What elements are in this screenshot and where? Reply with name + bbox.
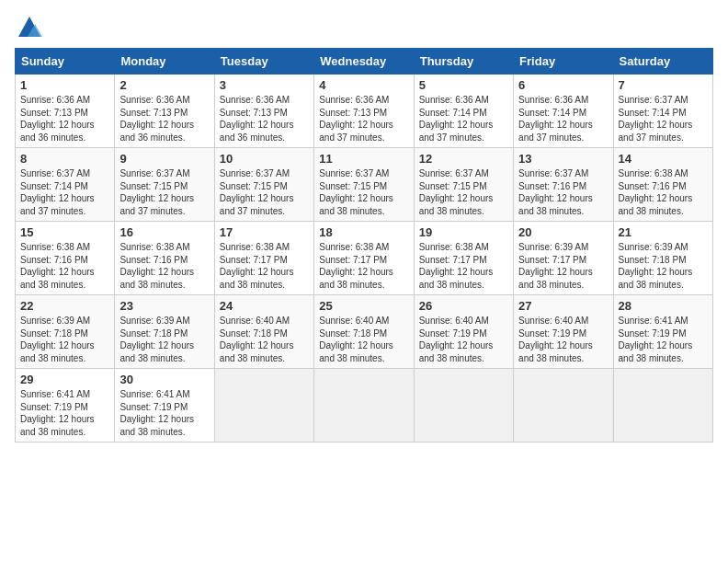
day-number: 26 <box>419 299 508 313</box>
day-number: 10 <box>220 152 309 166</box>
week-row-1: 1 Sunrise: 6:36 AMSunset: 7:13 PMDayligh… <box>16 75 713 148</box>
day-number: 9 <box>119 152 209 166</box>
day-cell: 3 Sunrise: 6:36 AMSunset: 7:13 PMDayligh… <box>214 75 313 148</box>
day-cell: 14 Sunrise: 6:38 AMSunset: 7:16 PMDaylig… <box>613 148 712 222</box>
day-number: 5 <box>419 78 508 92</box>
day-info: Sunrise: 6:37 AMSunset: 7:16 PMDaylight:… <box>518 168 593 216</box>
calendar-header <box>15 15 713 40</box>
day-info: Sunrise: 6:39 AMSunset: 7:18 PMDaylight:… <box>119 316 194 363</box>
day-info: Sunrise: 6:37 AMSunset: 7:15 PMDaylight:… <box>319 168 393 216</box>
day-cell: 6 Sunrise: 6:36 AMSunset: 7:14 PMDayligh… <box>514 75 613 148</box>
day-info: Sunrise: 6:36 AMSunset: 7:13 PMDaylight:… <box>20 95 95 143</box>
day-number: 15 <box>20 225 109 239</box>
day-number: 2 <box>119 78 209 92</box>
day-number: 17 <box>220 225 309 239</box>
day-info: Sunrise: 6:37 AMSunset: 7:14 PMDaylight:… <box>20 168 95 216</box>
day-info: Sunrise: 6:36 AMSunset: 7:13 PMDaylight:… <box>119 95 194 143</box>
week-row-3: 15 Sunrise: 6:38 AMSunset: 7:16 PMDaylig… <box>16 222 713 295</box>
day-cell: 4 Sunrise: 6:36 AMSunset: 7:13 PMDayligh… <box>314 75 414 148</box>
day-cell: 30 Sunrise: 6:41 AMSunset: 7:19 PMDaylig… <box>115 369 214 442</box>
day-cell: 26 Sunrise: 6:40 AMSunset: 7:19 PMDaylig… <box>414 295 513 369</box>
week-row-2: 8 Sunrise: 6:37 AMSunset: 7:14 PMDayligh… <box>16 148 713 222</box>
day-number: 21 <box>619 225 708 239</box>
day-info: Sunrise: 6:38 AMSunset: 7:17 PMDaylight:… <box>319 242 393 290</box>
day-cell: 8 Sunrise: 6:37 AMSunset: 7:14 PMDayligh… <box>16 148 115 222</box>
day-info: Sunrise: 6:37 AMSunset: 7:14 PMDaylight:… <box>619 95 693 143</box>
day-cell: 21 Sunrise: 6:39 AMSunset: 7:18 PMDaylig… <box>613 222 712 295</box>
day-info: Sunrise: 6:36 AMSunset: 7:13 PMDaylight:… <box>319 95 393 143</box>
day-info: Sunrise: 6:40 AMSunset: 7:18 PMDaylight:… <box>319 316 393 363</box>
day-info: Sunrise: 6:38 AMSunset: 7:17 PMDaylight:… <box>419 242 494 290</box>
header-wednesday: Wednesday <box>314 49 414 75</box>
day-cell: 29 Sunrise: 6:41 AMSunset: 7:19 PMDaylig… <box>16 369 115 442</box>
day-number: 16 <box>119 225 209 239</box>
day-info: Sunrise: 6:41 AMSunset: 7:19 PMDaylight:… <box>619 316 693 363</box>
logo <box>15 15 42 40</box>
day-cell: 16 Sunrise: 6:38 AMSunset: 7:16 PMDaylig… <box>115 222 214 295</box>
day-info: Sunrise: 6:39 AMSunset: 7:18 PMDaylight:… <box>619 242 693 290</box>
day-cell <box>613 369 712 442</box>
day-cell: 18 Sunrise: 6:38 AMSunset: 7:17 PMDaylig… <box>314 222 414 295</box>
day-cell: 13 Sunrise: 6:37 AMSunset: 7:16 PMDaylig… <box>514 148 613 222</box>
header-row: SundayMondayTuesdayWednesdayThursdayFrid… <box>16 49 713 75</box>
day-number: 30 <box>119 373 209 386</box>
day-number: 22 <box>20 299 109 313</box>
day-cell: 24 Sunrise: 6:40 AMSunset: 7:18 PMDaylig… <box>214 295 313 369</box>
day-cell: 28 Sunrise: 6:41 AMSunset: 7:19 PMDaylig… <box>613 295 712 369</box>
logo-icon <box>17 15 42 40</box>
header-thursday: Thursday <box>414 49 513 75</box>
day-number: 4 <box>319 78 408 92</box>
day-cell: 23 Sunrise: 6:39 AMSunset: 7:18 PMDaylig… <box>115 295 214 369</box>
day-info: Sunrise: 6:36 AMSunset: 7:13 PMDaylight:… <box>220 95 294 143</box>
day-cell: 10 Sunrise: 6:37 AMSunset: 7:15 PMDaylig… <box>214 148 313 222</box>
day-number: 12 <box>419 152 508 166</box>
day-cell <box>214 369 313 442</box>
day-cell: 11 Sunrise: 6:37 AMSunset: 7:15 PMDaylig… <box>314 148 414 222</box>
day-number: 29 <box>20 373 109 386</box>
day-number: 19 <box>419 225 508 239</box>
day-info: Sunrise: 6:41 AMSunset: 7:19 PMDaylight:… <box>119 389 194 437</box>
week-row-4: 22 Sunrise: 6:39 AMSunset: 7:18 PMDaylig… <box>16 295 713 369</box>
day-cell <box>514 369 613 442</box>
day-info: Sunrise: 6:36 AMSunset: 7:14 PMDaylight:… <box>419 95 494 143</box>
day-cell: 20 Sunrise: 6:39 AMSunset: 7:17 PMDaylig… <box>514 222 613 295</box>
day-info: Sunrise: 6:37 AMSunset: 7:15 PMDaylight:… <box>220 168 294 216</box>
day-cell: 22 Sunrise: 6:39 AMSunset: 7:18 PMDaylig… <box>16 295 115 369</box>
day-number: 18 <box>319 225 408 239</box>
day-info: Sunrise: 6:40 AMSunset: 7:19 PMDaylight:… <box>419 316 494 363</box>
day-cell: 19 Sunrise: 6:38 AMSunset: 7:17 PMDaylig… <box>414 222 513 295</box>
day-info: Sunrise: 6:37 AMSunset: 7:15 PMDaylight:… <box>119 168 194 216</box>
day-info: Sunrise: 6:36 AMSunset: 7:14 PMDaylight:… <box>518 95 593 143</box>
day-info: Sunrise: 6:37 AMSunset: 7:15 PMDaylight:… <box>419 168 494 216</box>
day-number: 28 <box>619 299 708 313</box>
day-cell: 2 Sunrise: 6:36 AMSunset: 7:13 PMDayligh… <box>115 75 214 148</box>
day-info: Sunrise: 6:40 AMSunset: 7:19 PMDaylight:… <box>518 316 593 363</box>
day-number: 1 <box>20 78 109 92</box>
day-number: 8 <box>20 152 109 166</box>
day-cell: 25 Sunrise: 6:40 AMSunset: 7:18 PMDaylig… <box>314 295 414 369</box>
header-saturday: Saturday <box>613 49 712 75</box>
calendar-table: SundayMondayTuesdayWednesdayThursdayFrid… <box>15 48 713 442</box>
day-number: 13 <box>518 152 608 166</box>
day-cell <box>414 369 513 442</box>
day-cell <box>314 369 414 442</box>
day-info: Sunrise: 6:39 AMSunset: 7:18 PMDaylight:… <box>20 316 95 363</box>
day-info: Sunrise: 6:38 AMSunset: 7:16 PMDaylight:… <box>119 242 194 290</box>
day-cell: 15 Sunrise: 6:38 AMSunset: 7:16 PMDaylig… <box>16 222 115 295</box>
day-cell: 27 Sunrise: 6:40 AMSunset: 7:19 PMDaylig… <box>514 295 613 369</box>
day-number: 3 <box>220 78 309 92</box>
day-number: 24 <box>220 299 309 313</box>
header-sunday: Sunday <box>16 49 115 75</box>
day-cell: 12 Sunrise: 6:37 AMSunset: 7:15 PMDaylig… <box>414 148 513 222</box>
day-number: 11 <box>319 152 408 166</box>
day-cell: 5 Sunrise: 6:36 AMSunset: 7:14 PMDayligh… <box>414 75 513 148</box>
day-number: 23 <box>119 299 209 313</box>
day-info: Sunrise: 6:40 AMSunset: 7:18 PMDaylight:… <box>220 316 294 363</box>
day-number: 27 <box>518 299 608 313</box>
header-tuesday: Tuesday <box>214 49 313 75</box>
day-info: Sunrise: 6:38 AMSunset: 7:16 PMDaylight:… <box>619 168 693 216</box>
day-cell: 17 Sunrise: 6:38 AMSunset: 7:17 PMDaylig… <box>214 222 313 295</box>
week-row-5: 29 Sunrise: 6:41 AMSunset: 7:19 PMDaylig… <box>16 369 713 442</box>
day-cell: 7 Sunrise: 6:37 AMSunset: 7:14 PMDayligh… <box>613 75 712 148</box>
day-number: 20 <box>518 225 608 239</box>
